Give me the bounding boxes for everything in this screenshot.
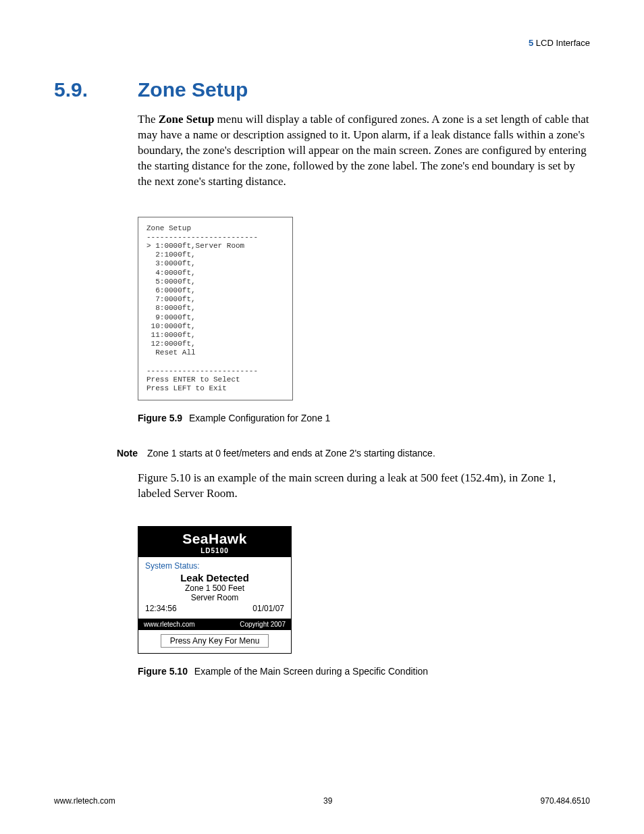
chapter-title: LCD Interface <box>536 38 590 48</box>
zs-rule2: ------------------------- <box>146 367 258 375</box>
paragraph-1: The Zone Setup menu will display a table… <box>138 112 590 190</box>
zs-rule: ------------------------- <box>146 233 258 241</box>
device-copyright: Copyright 2007 <box>240 621 286 628</box>
fig59-label: Figure 5.9 <box>138 413 182 423</box>
section-title: Zone Setup <box>138 78 248 101</box>
fig510-label: Figure 5.10 <box>138 666 188 677</box>
system-status-label: System Status: <box>145 561 284 571</box>
menu-hint-button: Press Any Key For Menu <box>161 634 269 648</box>
device-header: SeaHawk LD5100 <box>138 527 291 557</box>
zs-title: Zone Setup <box>146 224 191 232</box>
section-heading: 5.9. Zone Setup <box>54 78 590 101</box>
footer-left: www.rletech.com <box>54 796 115 806</box>
note-label: Note <box>111 448 138 459</box>
zs-line: 4:0000ft, <box>146 269 196 277</box>
zs-footer2: Press LEFT to Exit <box>146 384 227 392</box>
fig510-text: Example of the Main Screen during a Spec… <box>194 666 428 677</box>
figure-5-10-device: SeaHawk LD5100 System Status: Leak Detec… <box>138 526 292 654</box>
zs-line: 9:0000ft, <box>146 313 196 321</box>
figure-5-10-caption: Figure 5.10 Example of the Main Screen d… <box>138 666 590 677</box>
device-brand: SeaHawk <box>138 531 291 547</box>
page: 5 LCD Interface 5.9. Zone Setup The Zone… <box>0 0 644 834</box>
datetime-row: 12:34:56 01/01/07 <box>145 604 284 613</box>
footer-center: 39 <box>323 796 332 806</box>
paragraph-2: Figure 5.10 is an example of the main sc… <box>138 471 590 502</box>
note-text: Zone 1 starts at 0 feet/meters and ends … <box>147 448 435 459</box>
fig59-text: Example Configuration for Zone 1 <box>189 413 330 423</box>
device-footer-bar: www.rletech.com Copyright 2007 <box>138 619 291 630</box>
running-header: 5 LCD Interface <box>529 38 590 48</box>
zone-line: Zone 1 500 Feet <box>145 583 284 593</box>
alert-text: Leak Detected <box>145 572 284 583</box>
zs-line: 5:0000ft, <box>146 278 196 286</box>
device-model: LD5100 <box>138 547 291 554</box>
zs-line: > 1:0000ft,Server Room <box>146 242 244 250</box>
device-url: www.rletech.com <box>144 621 195 628</box>
zs-line: 12:0000ft, <box>146 340 196 348</box>
zs-line: 3:0000ft, <box>146 259 196 267</box>
figure-5-9-caption: Figure 5.9 Example Configuration for Zon… <box>138 413 590 423</box>
device-body: System Status: Leak Detected Zone 1 500 … <box>138 557 291 619</box>
zs-footer1: Press ENTER to Select <box>146 375 240 384</box>
p1-bold: Zone Setup <box>159 113 215 126</box>
zs-line: 8:0000ft, <box>146 304 196 312</box>
footer-right: 970.484.6510 <box>541 796 590 806</box>
device-date: 01/01/07 <box>252 604 284 613</box>
p1-lead: The <box>138 113 159 126</box>
zs-line: 11:0000ft, <box>146 331 196 339</box>
zs-line: Reset All <box>146 348 196 357</box>
section-number: 5.9. <box>54 78 122 101</box>
note-row: Note Zone 1 starts at 0 feet/meters and … <box>111 448 590 459</box>
zs-line: 2:1000ft, <box>146 251 196 259</box>
zs-line: 10:0000ft, <box>146 322 196 330</box>
zs-line: 7:0000ft, <box>146 295 196 303</box>
device-time: 12:34:56 <box>145 604 177 613</box>
zs-line: 6:0000ft, <box>146 286 196 294</box>
room-line: Server Room <box>145 593 284 602</box>
page-footer: www.rletech.com 39 970.484.6510 <box>54 796 590 806</box>
figure-5-9-screen: Zone Setup ------------------------- > 1… <box>138 217 293 401</box>
chapter-number: 5 <box>529 38 533 48</box>
